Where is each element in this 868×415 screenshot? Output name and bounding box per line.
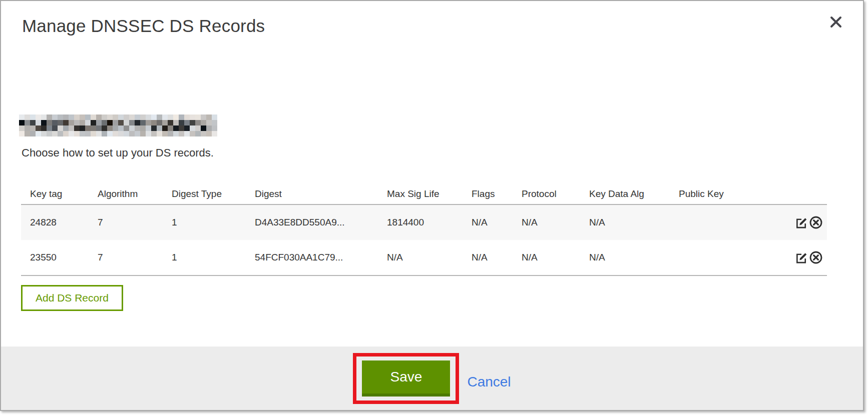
close-button[interactable]: [827, 13, 845, 31]
save-button[interactable]: Save: [362, 360, 450, 396]
column-header-flags: Flags: [463, 160, 513, 204]
cell-max-sig-life: 1814400: [378, 204, 463, 240]
cancel-link[interactable]: Cancel: [467, 374, 511, 390]
column-header-digest: Digest: [246, 160, 378, 204]
cell-public-key: [670, 240, 784, 276]
column-header-public-key: Public Key: [670, 160, 784, 204]
redacted-domain-blur: [19, 114, 217, 136]
close-icon: [829, 15, 843, 29]
cell-key-tag: 24828: [21, 204, 89, 240]
cell-digest-type: 1: [163, 204, 246, 240]
table-header-row: Key tag Algorithm Digest Type Digest Max…: [21, 160, 827, 204]
ds-records-table: Key tag Algorithm Digest Type Digest Max…: [21, 160, 843, 276]
cell-digest-type: 1: [163, 240, 246, 276]
cell-key-data-alg: N/A: [580, 204, 670, 240]
cell-protocol: N/A: [513, 240, 580, 276]
add-ds-record-button[interactable]: Add DS Record: [21, 285, 123, 311]
page-title: Manage DNSSEC DS Records: [22, 16, 828, 36]
cell-protocol: N/A: [513, 204, 580, 240]
cell-key-tag: 23550: [21, 240, 89, 276]
column-header-actions: [784, 160, 827, 204]
column-header-key-tag: Key tag: [21, 160, 89, 204]
cell-key-data-alg: N/A: [580, 240, 670, 276]
cell-flags: N/A: [463, 240, 513, 276]
edit-record-button[interactable]: [795, 251, 808, 264]
column-header-max-sig-life: Max Sig Life: [378, 160, 463, 204]
column-header-key-data-alg: Key Data Alg: [580, 160, 670, 204]
column-header-protocol: Protocol: [513, 160, 580, 204]
save-annotation-highlight: Save: [353, 353, 459, 404]
row-actions: [784, 204, 827, 240]
column-header-algorithm: Algorithm: [89, 160, 163, 204]
column-header-digest-type: Digest Type: [163, 160, 246, 204]
cell-digest: D4A33E8DD550A9...: [246, 204, 378, 240]
cell-algorithm: 7: [89, 240, 163, 276]
table-row: 24828 7 1 D4A33E8DD550A9... 1814400 N/A …: [21, 204, 827, 240]
edit-icon: [795, 251, 808, 264]
row-actions: [784, 240, 827, 276]
delete-record-button[interactable]: [809, 216, 823, 230]
table-row: 23550 7 1 54FCF030AA1C79... N/A N/A N/A …: [21, 240, 827, 276]
delete-record-button[interactable]: [809, 250, 823, 264]
setup-instructions: Choose how to set up your DS records.: [22, 146, 843, 160]
circle-x-icon: [809, 216, 823, 230]
edit-record-button[interactable]: [795, 216, 808, 230]
manage-dnssec-modal: Manage DNSSEC DS Records Choose how to s…: [0, 0, 864, 411]
cell-digest: 54FCF030AA1C79...: [246, 240, 378, 276]
footer-bar: Save Cancel: [1, 346, 863, 410]
cell-max-sig-life: N/A: [378, 240, 463, 276]
circle-x-icon: [809, 250, 823, 264]
cell-public-key: [670, 204, 784, 240]
cell-algorithm: 7: [89, 204, 163, 240]
edit-icon: [795, 216, 808, 230]
cell-flags: N/A: [463, 204, 513, 240]
